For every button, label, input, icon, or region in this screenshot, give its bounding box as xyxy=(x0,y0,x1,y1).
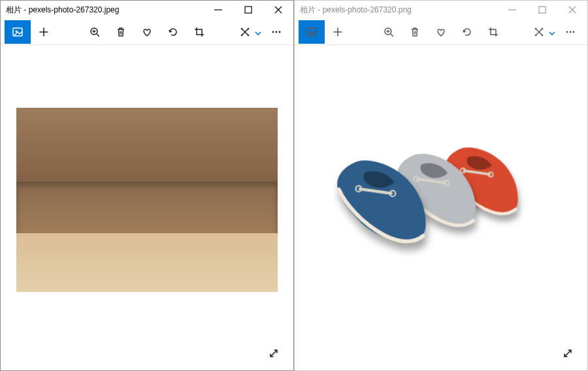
crop-button[interactable] xyxy=(480,20,506,44)
fullscreen-icon[interactable] xyxy=(267,347,282,361)
edit-button[interactable] xyxy=(237,20,263,44)
close-button[interactable] xyxy=(557,1,587,19)
view-gallery-button[interactable] xyxy=(5,20,31,44)
minimize-button[interactable] xyxy=(203,1,233,19)
photo-with-background xyxy=(16,108,278,292)
titlebar[interactable]: 相片 - pexels-photo-267320.jpeg xyxy=(1,1,293,19)
add-button[interactable] xyxy=(325,20,351,44)
rotate-button[interactable] xyxy=(160,20,186,44)
edit-button[interactable] xyxy=(531,20,557,44)
window-title: 相片 - pexels-photo-267320.png xyxy=(295,5,497,16)
favorite-button[interactable] xyxy=(134,20,160,44)
toolbar xyxy=(1,19,293,45)
titlebar[interactable]: 相片 - pexels-photo-267320.png xyxy=(295,1,587,19)
crop-button[interactable] xyxy=(186,20,212,44)
more-button[interactable] xyxy=(263,20,289,44)
fullscreen-icon[interactable] xyxy=(561,347,576,361)
maximize-button[interactable] xyxy=(233,1,263,19)
delete-button[interactable] xyxy=(402,20,428,44)
photos-window-right: 相片 - pexels-photo-267320.png xyxy=(294,0,588,371)
rotate-button[interactable] xyxy=(454,20,480,44)
delete-button[interactable] xyxy=(108,20,134,44)
zoom-button[interactable] xyxy=(82,20,108,44)
photo-transparent-bg xyxy=(321,117,561,272)
toolbar xyxy=(295,19,587,45)
more-button[interactable] xyxy=(557,20,583,44)
image-viewport[interactable] xyxy=(1,45,293,370)
maximize-button[interactable] xyxy=(527,1,557,19)
favorite-button[interactable] xyxy=(428,20,454,44)
close-button[interactable] xyxy=(263,1,293,19)
add-button[interactable] xyxy=(31,20,57,44)
photos-window-left: 相片 - pexels-photo-267320.jpeg xyxy=(0,0,294,371)
window-title: 相片 - pexels-photo-267320.jpeg xyxy=(1,5,203,16)
zoom-button[interactable] xyxy=(376,20,402,44)
minimize-button[interactable] xyxy=(497,1,527,19)
view-gallery-button[interactable] xyxy=(299,20,325,44)
image-viewport[interactable] xyxy=(295,45,587,370)
